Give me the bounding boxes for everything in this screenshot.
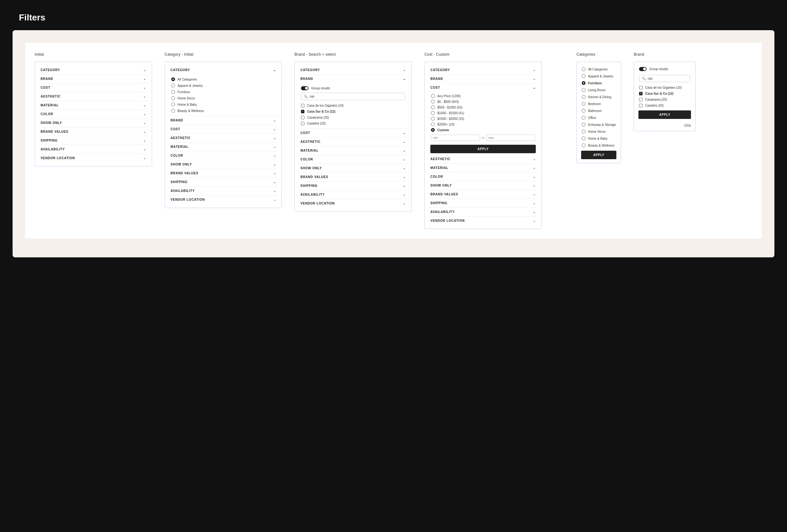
- toggle-group-results-right[interactable]: [639, 67, 646, 71]
- cost-custom[interactable]: Custom: [430, 127, 536, 133]
- brand-search-input[interactable]: [310, 95, 402, 98]
- cost-header[interactable]: COST ⌄: [428, 83, 538, 92]
- option-casa-sur[interactable]: Casa Sur & Co (12): [300, 109, 406, 114]
- filter-row-shipping[interactable]: SHIPPING ⌄: [428, 199, 538, 208]
- option-furniture[interactable]: Furniture: [171, 89, 276, 95]
- cost-2000plus[interactable]: $2000+ (23): [430, 121, 536, 127]
- filter-row-cost[interactable]: COST ⌄: [39, 83, 148, 92]
- option-castelini[interactable]: Castelini (20): [300, 120, 406, 127]
- filter-row-material[interactable]: MATERIAL ⌄: [298, 146, 408, 155]
- brand-casa-sur[interactable]: Casa Sur & Co (12): [638, 91, 691, 96]
- cat-item-office[interactable]: Office: [581, 114, 616, 121]
- option-home-baby[interactable]: Home & Baby: [171, 101, 276, 108]
- brand-castelini[interactable]: Castelini (20): [638, 103, 691, 109]
- filter-row-show-only[interactable]: SHOW ONLY ⌄: [39, 118, 148, 127]
- cat-item-entryway[interactable]: Entryway & Storage: [581, 121, 616, 128]
- brand-gigantes[interactable]: Casa de los Gigantes (10): [638, 85, 691, 91]
- filter-row-availability[interactable]: AVAILABILITY ⌄: [169, 186, 278, 195]
- filter-row-brand-values[interactable]: BRAND VALUES ⌄: [169, 169, 278, 178]
- filter-row-availability[interactable]: AVAILABILITY ⌄: [428, 208, 538, 217]
- min-input[interactable]: [431, 135, 480, 141]
- filter-row-color[interactable]: COLOR ⌄: [39, 110, 148, 118]
- filter-row-show-only[interactable]: SHOW ONLY ⌄: [428, 181, 538, 190]
- filter-row-shipping[interactable]: SHIPPING ⌄: [298, 181, 408, 190]
- cat-item-beauty[interactable]: Beauty & Wellness: [581, 142, 616, 149]
- filter-row-color[interactable]: COLOR ⌄: [169, 151, 278, 160]
- filter-row-availability[interactable]: AVAILABILITY ⌄: [298, 190, 408, 199]
- cost-0-500[interactable]: $0 - $500 (603): [430, 99, 536, 105]
- cost-500-1000[interactable]: $500 - $1000 (53): [430, 105, 536, 110]
- filter-row-vendor-location[interactable]: VENDOR LOCATION ⌄: [428, 217, 538, 225]
- brand-search-input-right[interactable]: [647, 77, 687, 80]
- main-container: Initial CATEGORY ⌄ BRAND ⌄ COST ⌄ AESTHE…: [13, 30, 774, 257]
- cat-item-all[interactable]: All Categories: [581, 66, 616, 73]
- filter-row-shipping[interactable]: SHIPPING ⌄: [39, 136, 148, 145]
- option-home-decor[interactable]: Home Decor: [171, 95, 276, 101]
- brand-search-box[interactable]: 🔍: [301, 93, 405, 100]
- brand-label: Casa de los Gigantes (10): [645, 86, 682, 89]
- cat-item-furniture[interactable]: Furniture: [581, 80, 616, 87]
- option-casatrama[interactable]: Casatrama (20): [300, 114, 406, 120]
- brand-casatrama[interactable]: Casatrama (20): [638, 96, 691, 103]
- filter-row-brand-values[interactable]: BRAND VALUES ⌄: [428, 190, 538, 199]
- filter-row-brand[interactable]: BRAND ⌄: [169, 116, 278, 125]
- option-beauty[interactable]: Beauty & Wellness: [171, 108, 276, 114]
- cat-item-kitchen[interactable]: Kitchen & Dining: [581, 93, 616, 101]
- filter-row-vendor-location[interactable]: VENDOR LOCATION ⌄: [39, 154, 148, 162]
- filter-row-vendor-location[interactable]: VENDOR LOCATION ⌄: [298, 199, 408, 208]
- toggle-group-results[interactable]: [301, 86, 309, 90]
- brand-search-box-right[interactable]: 🔍: [639, 75, 690, 82]
- filter-row-color[interactable]: COLOR ⌄: [428, 172, 538, 181]
- cost-any-price[interactable]: Any Price (1200): [430, 93, 536, 99]
- clear-brand-link-right[interactable]: Clear: [684, 123, 691, 127]
- brand-header[interactable]: BRAND ⌄: [298, 74, 408, 83]
- option-casa-gigantes[interactable]: Casa de los Gigantes (10): [300, 103, 406, 109]
- filter-row-color[interactable]: COLOR ⌄: [298, 155, 408, 164]
- filter-label: AESTHETIC: [430, 157, 450, 161]
- cat-item-bathroom[interactable]: Bathroom: [581, 107, 616, 114]
- chevron-icon: ⌄: [143, 156, 146, 160]
- radio-living: [582, 88, 586, 92]
- categories-apply-button[interactable]: APPLY: [581, 151, 616, 159]
- filter-row-availability[interactable]: AVAILABILITY ⌄: [39, 145, 148, 154]
- radio-custom: [431, 128, 435, 132]
- max-input[interactable]: [486, 135, 535, 141]
- filter-row-material[interactable]: MATERIAL ⌄: [428, 163, 538, 172]
- category-header[interactable]: CATEGORY ⌄: [169, 66, 278, 74]
- cost-1000-1500[interactable]: $1000 - $1500 (41): [430, 110, 536, 116]
- chevron-icon: ⌄: [143, 68, 146, 72]
- filter-row-aesthetic[interactable]: AESTHETIC ⌄: [428, 155, 538, 163]
- filter-row-brand-values[interactable]: BRAND VALUES ⌄: [39, 127, 148, 136]
- chevron-icon: ⌄: [403, 140, 406, 143]
- cost-apply-button[interactable]: APPLY: [430, 145, 536, 153]
- cat-item-home-baby[interactable]: Home & Baby: [581, 135, 616, 142]
- filter-row-material[interactable]: MATERIAL ⌄: [39, 101, 148, 110]
- filter-row-show-only[interactable]: SHOW ONLY ⌄: [169, 160, 278, 169]
- option-all-categories[interactable]: All Categories: [171, 76, 276, 83]
- option-apparel[interactable]: Apparel & Jewelry: [171, 83, 276, 89]
- filter-row-brand[interactable]: BRAND ⌄: [428, 74, 538, 83]
- filter-row-category[interactable]: CATEGORY ⌄: [428, 66, 538, 74]
- group-results-toggle-right[interactable]: Group results: [638, 66, 691, 72]
- brand-apply-button[interactable]: APPLY: [638, 110, 691, 119]
- filter-row-aesthetic[interactable]: AESTHETIC ⌄: [169, 134, 278, 142]
- filter-row-material[interactable]: MATERIAL ⌄: [169, 142, 278, 151]
- group-results-toggle[interactable]: Group results: [300, 85, 406, 92]
- filter-row-cost[interactable]: COST ⌄: [298, 129, 408, 137]
- cat-item-living[interactable]: Living Room: [581, 87, 616, 93]
- filter-row-show-only[interactable]: SHOW ONLY ⌄: [298, 164, 408, 173]
- filter-label: AVAILABILITY: [41, 148, 65, 151]
- filter-row-category[interactable]: CATEGORY ⌄: [298, 66, 408, 74]
- filter-row-aesthetic[interactable]: AESTHETIC ⌄: [39, 92, 148, 101]
- cost-1500-2000[interactable]: $1500 - $2000 (25): [430, 116, 536, 121]
- filter-row-cost[interactable]: COST ⌄: [169, 125, 278, 134]
- cat-item-home-decor[interactable]: Home Decor: [581, 128, 616, 135]
- filter-row-brand-values[interactable]: BRAND VALUES ⌄: [298, 173, 408, 181]
- filter-row-brand[interactable]: BRAND ⌄: [39, 74, 148, 83]
- filter-row-shipping[interactable]: SHIPPING ⌄: [169, 178, 278, 186]
- filter-row-aesthetic[interactable]: AESTHETIC ⌄: [298, 137, 408, 146]
- filter-row-vendor-location[interactable]: VENDOR LOCATION ⌄: [169, 195, 278, 204]
- cat-item-apparel[interactable]: Apparel & Jewelry: [581, 73, 616, 80]
- filter-row-category[interactable]: CATEGORY ⌄: [39, 66, 148, 74]
- cat-item-bedroom[interactable]: Bedroom: [581, 101, 616, 107]
